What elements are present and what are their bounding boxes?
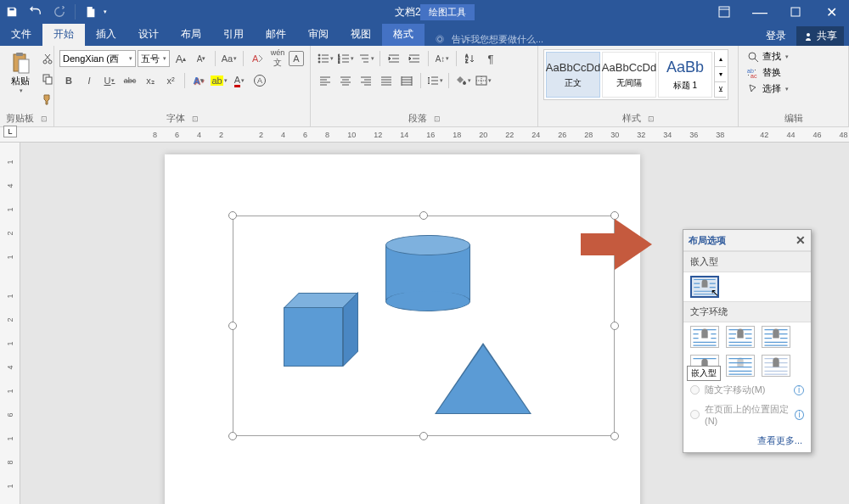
wrap-tight[interactable] [726, 326, 755, 348]
underline-button[interactable]: U▾ [100, 71, 119, 90]
asian-layout-button[interactable]: A↕▾ [433, 49, 452, 68]
vertical-ruler[interactable]: 1412112141618110112114 [0, 143, 20, 504]
wrap-behind[interactable] [726, 355, 755, 377]
enclosed-char-button[interactable]: A [250, 71, 269, 90]
align-left-button[interactable] [316, 71, 335, 90]
tab-mailings[interactable]: 邮件 [255, 23, 297, 46]
gallery-down[interactable]: ▾ [715, 67, 726, 82]
tab-references[interactable]: 引用 [212, 23, 255, 46]
annotation-arrow [581, 219, 657, 270]
fix-position-radio[interactable]: 在页面上的位置固定(N) i [683, 400, 811, 429]
select-button[interactable]: 选择▾ [744, 81, 792, 96]
undo-button[interactable] [25, 2, 46, 22]
font-launcher[interactable]: ⊡ [192, 115, 199, 123]
tab-insert[interactable]: 插入 [85, 23, 127, 46]
new-document-icon[interactable] [81, 2, 101, 22]
tab-home[interactable]: 开始 [42, 23, 85, 46]
change-case-button[interactable]: Aa▾ [220, 49, 239, 68]
paste-button[interactable]: 粘贴 ▾ [5, 49, 36, 96]
replace-button[interactable]: abac 替换 [744, 65, 792, 80]
italic-button[interactable]: I [80, 71, 98, 90]
shading-button[interactable]: ▾ [453, 71, 472, 90]
maximize-button[interactable] [778, 0, 813, 24]
wrap-inline[interactable]: ↖ [690, 276, 719, 298]
character-border-button[interactable]: A [289, 51, 304, 66]
layout-options-popup: 布局选项 ✕ 嵌入型 ↖ 嵌入型 文字环绕 [683, 229, 812, 453]
bold-button[interactable]: B [59, 71, 78, 90]
font-size-combo[interactable]: 五号▾ [138, 50, 170, 67]
see-more-link[interactable]: 查看更多... [683, 429, 811, 452]
highlight-button[interactable]: ab▾ [210, 71, 228, 90]
style-no-spacing[interactable]: AaBbCcDd 无间隔 [602, 52, 656, 98]
tab-design[interactable]: 设计 [127, 23, 170, 46]
wrap-front[interactable] [762, 355, 790, 377]
text-effects-button[interactable]: A▾ [189, 71, 208, 90]
tab-layout[interactable]: 布局 [170, 23, 212, 46]
style-normal[interactable]: AaBbCcDd 正文 [546, 52, 600, 98]
show-marks-button[interactable]: ¶ [481, 49, 500, 68]
multilevel-list-button[interactable]: ▾ [357, 49, 375, 68]
resize-handle-n[interactable] [419, 211, 428, 220]
phonetic-guide-button[interactable]: wén文 [268, 49, 287, 68]
subscript-button[interactable]: x₂ [141, 71, 160, 90]
increase-indent-button[interactable] [405, 49, 424, 68]
gallery-more[interactable]: ⊻ [715, 82, 726, 98]
layout-options-close[interactable]: ✕ [796, 233, 806, 247]
sort-button[interactable]: AZ [461, 49, 480, 68]
resize-handle-nw[interactable] [228, 211, 237, 220]
font-color-button[interactable]: A▾ [230, 71, 249, 90]
strikethrough-button[interactable]: abc [121, 71, 139, 90]
cylinder-shape[interactable] [385, 235, 470, 303]
clipboard-launcher[interactable]: ⊡ [41, 115, 48, 123]
style-heading1[interactable]: AaBb 标题 1 [658, 52, 712, 98]
tell-me-search[interactable]: 告诉我您想要做什么... [424, 33, 554, 46]
clear-formatting-button[interactable]: A [248, 49, 267, 68]
tab-view[interactable]: 视图 [340, 23, 382, 46]
styles-gallery[interactable]: AaBbCcDd 正文 AaBbCcDd 无间隔 AaBb 标题 1 ▴ ▾ ⊻ [543, 49, 728, 100]
bullets-button[interactable]: ▾ [316, 49, 335, 68]
grow-font-button[interactable]: A▴ [171, 49, 190, 68]
login-link[interactable]: 登录 [759, 29, 793, 43]
superscript-button[interactable]: x² [161, 71, 180, 90]
wrap-through[interactable] [762, 326, 790, 348]
resize-handle-sw[interactable] [228, 432, 237, 440]
find-button[interactable]: 查找▾ [744, 49, 792, 64]
tab-review[interactable]: 审阅 [297, 23, 340, 46]
font-family-combo[interactable]: DengXian (西▾ [59, 50, 136, 67]
numbering-button[interactable]: 123▾ [336, 49, 355, 68]
minimize-button[interactable]: — [742, 0, 778, 24]
resize-handle-w[interactable] [228, 322, 237, 330]
info-icon[interactable]: i [795, 410, 804, 420]
distributed-button[interactable] [397, 71, 416, 90]
tab-selector[interactable]: L [3, 126, 17, 137]
share-button[interactable]: 共享 [796, 26, 844, 46]
justify-button[interactable] [377, 71, 396, 90]
resize-handle-s[interactable] [419, 432, 428, 440]
shrink-font-button[interactable]: A▾ [192, 49, 211, 68]
styles-launcher[interactable]: ⊡ [648, 115, 655, 123]
ribbon-display-options[interactable] [706, 0, 742, 24]
align-center-button[interactable] [336, 71, 355, 90]
tab-format[interactable]: 格式 [382, 23, 424, 46]
resize-handle-e[interactable] [610, 322, 619, 330]
align-right-button[interactable] [357, 71, 375, 90]
wrap-square[interactable] [690, 326, 719, 348]
document-page[interactable] [165, 154, 640, 504]
redo-button[interactable] [49, 2, 70, 22]
wrap-section-label: 文字环绕 [683, 301, 811, 322]
decrease-indent-button[interactable] [385, 49, 403, 68]
svg-rect-6 [16, 53, 23, 56]
resize-handle-se[interactable] [610, 432, 619, 440]
close-button[interactable]: ✕ [813, 0, 849, 24]
borders-button[interactable]: ▾ [474, 71, 492, 90]
save-button[interactable] [2, 2, 22, 22]
line-spacing-button[interactable]: ▾ [425, 71, 444, 90]
gallery-up[interactable]: ▴ [715, 52, 726, 67]
layout-options-title: 布局选项 [689, 234, 726, 247]
move-with-text-radio[interactable]: 随文字移动(M) i [683, 380, 811, 400]
paragraph-launcher[interactable]: ⊡ [434, 115, 441, 123]
info-icon[interactable]: i [794, 385, 804, 395]
cube-shape[interactable] [284, 294, 351, 362]
tab-file[interactable]: 文件 [0, 23, 42, 46]
horizontal-ruler[interactable]: 8642246810121416182022242628303234363842… [0, 127, 849, 143]
